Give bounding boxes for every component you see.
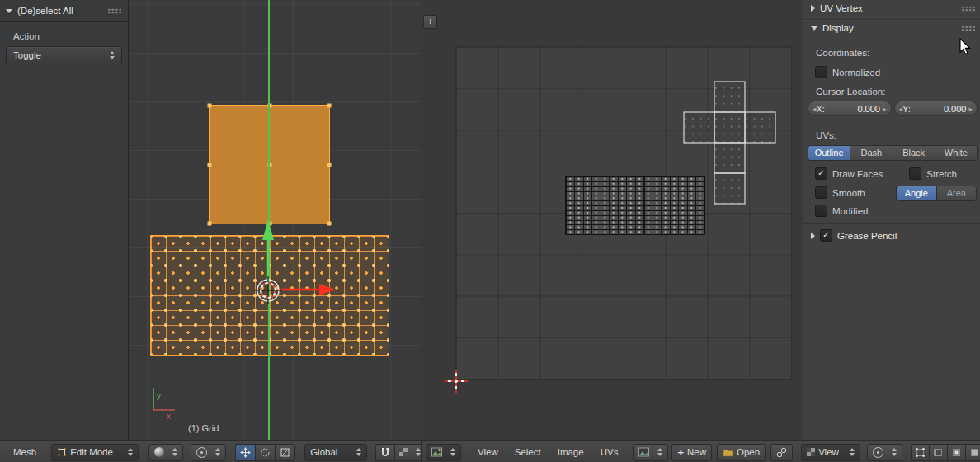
area-button[interactable]: Area — [937, 186, 977, 200]
dropdown-arrows-icon — [450, 448, 455, 456]
panel-grip-icon[interactable] — [961, 6, 975, 12]
uv-select-vertex-button[interactable] — [911, 444, 929, 461]
orientation-value: Global — [310, 447, 348, 457]
new-image-button[interactable]: + New — [671, 444, 712, 461]
deselect-all-panel-header[interactable]: (De)select All — [0, 0, 128, 19]
grid-mesh-object[interactable] — [150, 235, 389, 356]
view3d-editor[interactable]: y x (1) Grid (De)select All Action Toggl… — [0, 0, 422, 440]
action-toggle-dropdown[interactable]: Toggle — [6, 46, 122, 64]
manipulator-scale-button[interactable] — [275, 444, 295, 461]
pivot-point-dropdown[interactable] — [191, 444, 226, 461]
display-mode-dropdown[interactable]: View — [801, 444, 860, 461]
angle-button[interactable]: Angle — [897, 186, 937, 200]
separator — [803, 223, 980, 224]
modified-row: Modified — [815, 205, 868, 217]
display-mode-value: View — [818, 447, 841, 457]
orientation-dropdown[interactable]: Global — [304, 444, 367, 461]
uv-grid-mesh-unwrap[interactable] — [565, 176, 705, 235]
unlink-icon — [776, 447, 787, 458]
manipulator-translate-button[interactable] — [235, 444, 255, 461]
draw-faces-stretch-row: Draw Faces Stretch — [815, 167, 957, 180]
uv-image-editor[interactable]: + — [421, 0, 803, 440]
snap-toggle-button[interactable] — [375, 444, 394, 461]
separator — [803, 19, 980, 20]
uv-vertex-select-icon — [916, 448, 925, 457]
image-editor-icon — [431, 447, 442, 457]
outline-button[interactable]: Outline — [808, 146, 850, 160]
axis-y-label: y — [157, 391, 161, 400]
vertex-dot[interactable] — [208, 163, 212, 167]
checkbox-icon[interactable] — [815, 66, 827, 78]
blender-window: y x (1) Grid (De)select All Action Toggl… — [0, 0, 980, 462]
translate-arrows-icon — [240, 447, 251, 458]
image-icon — [638, 447, 649, 457]
shading-sphere-icon — [154, 447, 164, 457]
cursor-x-field[interactable]: ◂ X: 0.000 ▸ — [808, 101, 892, 116]
mode-dropdown[interactable]: Edit Mode — [51, 444, 139, 461]
vertex-dot[interactable] — [208, 222, 212, 226]
white-button[interactable]: White — [935, 146, 977, 160]
grid-y-axis-line — [268, 0, 270, 440]
open-image-label: Open — [737, 447, 760, 457]
x-label: X: — [817, 104, 825, 114]
grease-pencil-checkbox[interactable] — [820, 229, 832, 242]
editor-type-dropdown[interactable] — [426, 444, 461, 461]
scale-square-icon — [280, 447, 290, 458]
uv-select-island-button[interactable] — [965, 444, 980, 461]
coordinates-label-row: Coordinates: — [816, 48, 869, 58]
uv-select-edge-button[interactable] — [929, 444, 947, 461]
open-image-button[interactable]: Open — [717, 444, 766, 461]
panel-grip-icon[interactable] — [107, 8, 121, 14]
dropdown-arrows-icon — [172, 448, 177, 456]
vertex-dot[interactable] — [327, 104, 332, 108]
increment-arrow-icon[interactable]: ▸ — [883, 105, 887, 113]
viewport-shading-dropdown[interactable] — [148, 444, 183, 461]
increment-arrow-icon[interactable]: ▸ — [968, 105, 973, 113]
cursor-location-label-row: Cursor Location: — [816, 87, 885, 97]
deselect-all-title: (De)select All — [17, 6, 73, 16]
uv-editor-header: View Select Image UVs + New Open — [421, 441, 980, 462]
collapsed-triangle-icon — [811, 5, 815, 12]
expanded-triangle-icon — [811, 26, 817, 31]
collapsed-triangle-icon — [811, 233, 815, 239]
action-toggle-value: Toggle — [13, 50, 105, 60]
uv-menu-view[interactable]: View — [469, 447, 506, 457]
draw-faces-checkbox[interactable] — [815, 167, 827, 180]
expand-region-button[interactable]: + — [423, 15, 437, 29]
pivot-center-icon — [196, 447, 207, 458]
y-value: 0.000 — [911, 104, 969, 114]
action-label: Action — [0, 22, 128, 41]
dash-button[interactable]: Dash — [850, 146, 893, 160]
uv-island-select-icon — [970, 448, 979, 457]
vertex-dot[interactable] — [327, 163, 332, 167]
plus-icon: + — [677, 447, 684, 458]
mesh-menu[interactable]: Mesh — [5, 447, 45, 457]
mini-axis-icon: y x — [153, 388, 175, 421]
uv-pivot-dropdown[interactable] — [867, 444, 902, 461]
uv-menu-uvs[interactable]: UVs — [592, 447, 627, 457]
unlink-image-button[interactable] — [770, 444, 793, 461]
tool-shelf: (De)select All Action Toggle — [0, 0, 129, 440]
uv-menu-select[interactable]: Select — [506, 447, 549, 457]
grease-pencil-panel-header[interactable]: Grease Pencil — [811, 229, 975, 242]
modified-checkbox[interactable] — [815, 205, 827, 217]
display-panel-header[interactable]: Display — [811, 23, 975, 33]
cursor-y-field[interactable]: ◂ Y: 0.000 ▸ — [894, 101, 978, 116]
stretch-label: Stretch — [926, 169, 956, 179]
magnet-icon — [380, 447, 390, 458]
manipulator-rotate-button[interactable] — [255, 444, 275, 461]
normalized-checkbox[interactable]: Normalized — [815, 66, 880, 78]
vertex-dot[interactable] — [327, 222, 332, 226]
uv-select-face-button[interactable] — [947, 444, 965, 461]
smooth-checkbox[interactable] — [815, 186, 827, 199]
stretch-checkbox[interactable] — [909, 167, 921, 180]
uv-vertex-panel-header[interactable]: UV Vertex — [811, 3, 975, 13]
black-button[interactable]: Black — [893, 146, 935, 160]
draw-faces-label: Draw Faces — [832, 169, 883, 179]
new-image-label: New — [687, 447, 706, 457]
image-browse-dropdown[interactable] — [633, 444, 668, 461]
stretch-type-buttons: Angle Area — [896, 186, 977, 201]
uv-menu-image[interactable]: Image — [549, 447, 592, 457]
vertex-dot[interactable] — [208, 104, 212, 108]
panel-grip-icon[interactable] — [961, 26, 975, 31]
